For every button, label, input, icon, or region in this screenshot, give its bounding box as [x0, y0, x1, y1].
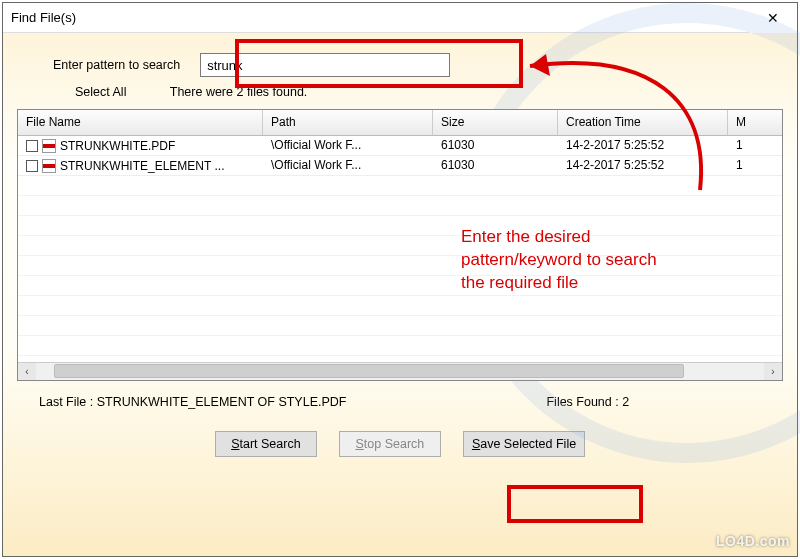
cell-last: 1	[728, 156, 782, 175]
table-row	[18, 336, 782, 356]
table-row	[18, 236, 782, 256]
cell-size: 61030	[433, 156, 558, 175]
results-list[interactable]: File Name Path Size Creation Time M STRU…	[17, 109, 783, 381]
table-row[interactable]: STRUNKWHITE_ELEMENT ...\Official Work F.…	[18, 156, 782, 176]
close-icon: ✕	[767, 10, 779, 26]
scroll-track[interactable]	[36, 363, 764, 381]
cell-path: \Official Work F...	[263, 156, 433, 175]
enter-pattern-label: Enter pattern to search	[53, 58, 180, 72]
client-area: Enter pattern to search Select All There…	[3, 33, 797, 556]
watermark: LO4D.com	[716, 533, 790, 549]
col-path[interactable]: Path	[263, 110, 433, 135]
table-row	[18, 196, 782, 216]
scroll-thumb[interactable]	[54, 364, 684, 378]
pdf-icon	[42, 159, 56, 173]
col-file-name[interactable]: File Name	[18, 110, 263, 135]
cell-last: 1	[728, 136, 782, 155]
table-row	[18, 276, 782, 296]
titlebar[interactable]: Find File(s) ✕	[3, 3, 797, 33]
close-button[interactable]: ✕	[749, 3, 797, 33]
files-found-label: Files Found : 2	[546, 395, 629, 409]
row-checkbox[interactable]	[26, 140, 38, 152]
window-title: Find File(s)	[11, 10, 76, 25]
table-row	[18, 256, 782, 276]
col-last[interactable]: M	[728, 110, 782, 135]
cell-size: 61030	[433, 136, 558, 155]
table-row	[18, 176, 782, 196]
scroll-right-button[interactable]: ›	[764, 363, 782, 381]
start-search-button[interactable]: Start Search	[215, 431, 317, 457]
col-creation-time[interactable]: Creation Time	[558, 110, 728, 135]
table-row	[18, 296, 782, 316]
table-row[interactable]: STRUNKWHITE.PDF\Official Work F...610301…	[18, 136, 782, 156]
table-row	[18, 316, 782, 336]
stop-search-button: Stop Search	[339, 431, 441, 457]
horizontal-scrollbar[interactable]: ‹ ›	[18, 362, 782, 380]
col-size[interactable]: Size	[433, 110, 558, 135]
pdf-icon	[42, 139, 56, 153]
select-all-link[interactable]: Select All	[75, 85, 126, 99]
cell-creation-time: 14-2-2017 5:25:52	[558, 136, 728, 155]
table-row	[18, 216, 782, 236]
last-file-label: Last File : STRUNKWHITE_ELEMENT OF STYLE…	[39, 395, 346, 409]
search-status: There were 2 files found.	[170, 85, 308, 99]
save-selected-button[interactable]: Save Selected File	[463, 431, 585, 457]
cell-path: \Official Work F...	[263, 136, 433, 155]
cell-file-name: STRUNKWHITE.PDF	[60, 139, 175, 153]
scroll-left-button[interactable]: ‹	[18, 363, 36, 381]
row-checkbox[interactable]	[26, 160, 38, 172]
find-files-window: Find File(s) ✕ Enter pattern to search S…	[2, 2, 798, 557]
search-input[interactable]	[200, 53, 450, 77]
cell-creation-time: 14-2-2017 5:25:52	[558, 156, 728, 175]
cell-file-name: STRUNKWHITE_ELEMENT ...	[60, 159, 224, 173]
results-header[interactable]: File Name Path Size Creation Time M	[18, 110, 782, 136]
